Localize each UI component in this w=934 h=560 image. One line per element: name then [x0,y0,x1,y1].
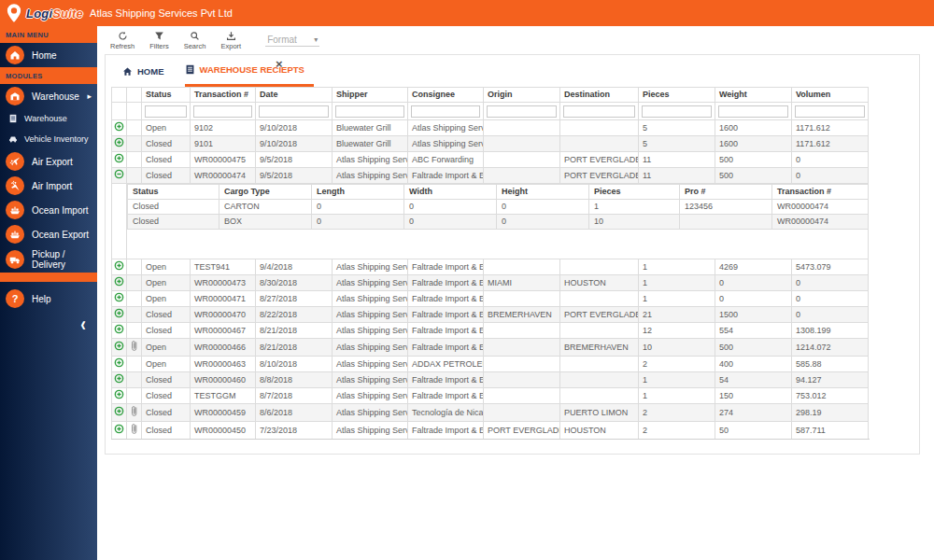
table-row[interactable]: OpenTEST9419/4/2018Atlas Shipping Servic… [112,259,869,275]
detail-data-row[interactable]: ClosedCARTON0001123456WR00000474 [128,200,869,215]
status-cell[interactable]: Closed [142,388,191,404]
transaction-link[interactable]: WR00000470 [191,307,256,323]
sidebar-item-ocean-import[interactable]: Ocean Import [0,198,97,222]
expand-row-button[interactable] [112,422,127,440]
col-header-status[interactable]: Status [142,88,191,103]
col-header-origin[interactable]: Origin [484,88,560,103]
table-row[interactable]: OpenWR000004668/21/2018Atlas Shipping Se… [112,339,869,357]
table-row[interactable]: ClosedWR000004708/22/2018Atlas Shipping … [112,307,869,323]
export-button[interactable]: Export [220,31,241,50]
transaction-link[interactable]: WR00000473 [191,275,256,291]
table-row[interactable]: OpenWR000004638/10/2018Atlas Shipping Se… [112,357,869,372]
table-row[interactable]: ClosedTESTGGM8/7/2018Atlas Shipping Serv… [112,388,869,404]
filter-weight[interactable] [718,105,788,118]
filter-shipper[interactable] [335,105,404,118]
filters-button[interactable]: Filters [149,31,168,50]
tab-home[interactable]: HOME [122,55,164,87]
sidebar-item-help[interactable]: ? Help [0,286,97,312]
table-row[interactable]: OpenWR000004718/27/2018Atlas Shipping Se… [112,291,869,307]
filter-date[interactable] [259,105,329,118]
table-row[interactable]: OpenWR000004738/30/2018Atlas Shipping Se… [112,275,869,291]
status-cell[interactable]: Closed [142,323,191,339]
table-row[interactable]: ClosedWR000004507/23/2018Atlas Shipping … [112,422,869,440]
transaction-link[interactable]: WR00000471 [191,291,256,307]
status-cell[interactable]: Open [142,291,191,307]
transaction-link[interactable]: 9102 [191,120,256,136]
expand-row-button[interactable] [112,440,127,441]
table-row[interactable]: ClosedWR000004598/6/2018Atlas Shipping S… [112,404,869,422]
expand-row-button[interactable] [112,136,127,152]
expand-row-button[interactable] [112,307,127,323]
expand-row-button[interactable] [112,372,127,388]
status-cell[interactable]: Closed [142,372,191,388]
filter-status[interactable] [145,105,187,118]
table-row[interactable]: Open91029/10/2018Bluewater GrillAtlas Sh… [112,120,869,136]
transaction-link[interactable]: TESTGGM [191,388,256,404]
tab-warehouse-receipts[interactable]: WAREHOUSE RECIEPTS [185,55,314,87]
expand-row-button[interactable] [112,259,127,275]
col-header-weight[interactable]: Weight [715,88,792,103]
expand-row-button[interactable] [112,357,127,372]
filter-origin[interactable] [487,105,557,118]
expand-row-button[interactable] [112,275,127,291]
expand-row-button[interactable] [112,168,127,184]
sidebar-item-home[interactable]: Home [0,43,97,67]
status-cell[interactable]: Closed [142,307,191,323]
transaction-link[interactable]: WR00000466 [191,339,256,357]
transaction-link[interactable]: WR00000467 [191,323,256,339]
status-cell[interactable]: Open [142,339,191,357]
transaction-link[interactable]: TEST941 [191,259,256,275]
transaction-link[interactable]: WR00000460 [191,372,256,388]
sidebar-item-air-import[interactable]: Air Import [0,174,97,198]
col-header-shipper[interactable]: Shipper [333,88,408,103]
transaction-link[interactable]: WR00000475 [191,152,256,168]
status-cell[interactable]: Closed [142,168,191,184]
transaction-link[interactable]: WR00000474 [191,168,256,184]
filter-volumen[interactable] [795,105,865,118]
expand-row-button[interactable] [112,152,127,168]
expand-row-button[interactable] [112,339,127,357]
expand-row-button[interactable] [112,120,127,136]
status-cell[interactable]: Closed [142,152,191,168]
col-header-pieces[interactable]: Pieces [639,88,715,103]
expand-row-button[interactable] [112,291,127,307]
expand-row-button[interactable] [112,404,127,422]
filter-pieces[interactable] [642,105,712,118]
transaction-link[interactable]: 9101 [191,136,256,152]
transaction-link[interactable]: WR00000463 [191,357,256,372]
transaction-link[interactable]: WR00000450 [191,422,256,440]
sidebar-item-warehouse[interactable]: Warehouse ▸ [0,84,97,108]
table-row[interactable]: ClosedWR000004759/5/2018Atlas Shipping S… [112,152,869,168]
search-button[interactable]: Search [184,31,206,50]
sidebar-item-ocean-export[interactable]: Ocean Export [0,222,97,246]
sidebar-item-air-export[interactable]: Air Export [0,149,97,174]
table-row[interactable]: Closed91019/10/2018Bluewater GrillAtlas … [112,136,869,152]
tab-close-button[interactable]: × [276,58,283,70]
expand-row-button[interactable] [112,323,127,339]
transaction-link[interactable]: WR00000449 [191,440,256,441]
sidebar-collapse-button[interactable]: ‹ [0,317,97,334]
col-header-consignee[interactable]: Consignee [408,88,484,103]
refresh-button[interactable]: Refresh [110,31,134,50]
table-row[interactable]: ClosedWR000004749/5/2018Atlas Shipping S… [112,168,869,184]
sidebar-subitem-warehouse[interactable]: Warehouse [0,108,97,129]
filter-destination[interactable] [563,105,635,118]
status-cell[interactable]: Closed [142,136,191,152]
transaction-link[interactable]: WR00000459 [191,404,256,422]
sidebar-subitem-vehicle-inventory[interactable]: Vehicle Inventory [0,129,97,149]
filter-transaction[interactable] [193,105,252,118]
status-cell[interactable]: Closed [142,404,191,422]
col-header-date[interactable]: Date [256,88,333,103]
col-header-destination[interactable]: Destination [560,88,639,103]
expand-row-button[interactable] [112,388,127,404]
col-header-transaction[interactable]: Transaction # [191,88,256,103]
format-dropdown[interactable]: Format ▾ [265,35,319,47]
status-cell[interactable]: Closed [142,422,191,440]
filter-consignee[interactable] [411,105,480,118]
table-row[interactable]: ClosedWR000004608/8/2018Atlas Shipping S… [112,372,869,388]
col-header-volumen[interactable]: Volumen [792,88,869,103]
detail-data-row[interactable]: ClosedBOX00010WR00000474 [128,215,869,230]
table-row[interactable]: ClosedWR000004678/21/2018Atlas Shipping … [112,323,869,339]
sidebar-item-pickup-delivery[interactable]: Pickup / Delivery [0,246,97,273]
table-row[interactable]: ClosedWR000004497/19/2018AIR CANADAAtlas… [112,440,869,441]
